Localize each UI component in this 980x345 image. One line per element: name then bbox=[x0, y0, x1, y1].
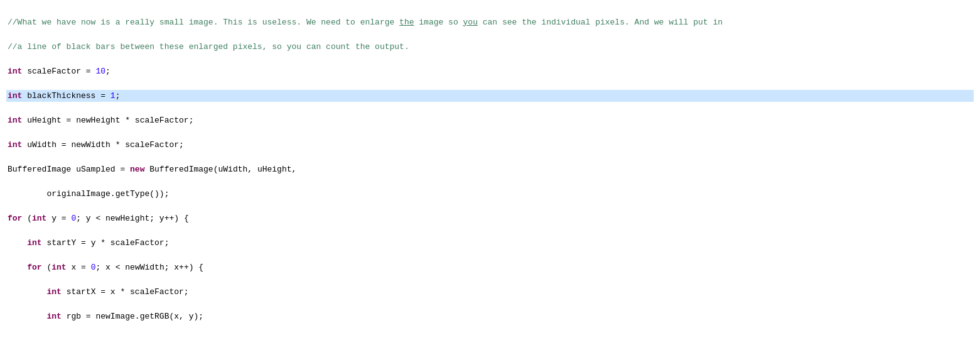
plain-token: uHeight = newHeight * scaleFactor; bbox=[22, 116, 193, 125]
plain-token: rgb = newImage.getRGB(x, y); bbox=[62, 312, 203, 321]
code-line-6: int uWidth = newWidth * scaleFactor; bbox=[6, 139, 974, 151]
keyword-token: int bbox=[27, 238, 41, 248]
code-line-13: int rgb = newImage.getRGB(x, y); bbox=[6, 310, 974, 323]
plain-token bbox=[8, 263, 27, 272]
plain-token: startY = y * scaleFactor; bbox=[42, 238, 170, 248]
plain-token: startX = x * scaleFactor; bbox=[62, 287, 189, 297]
plain-token: = bbox=[86, 67, 91, 76]
plain-token bbox=[8, 287, 46, 297]
code-line-8: originalImage.getType()); bbox=[6, 188, 974, 200]
code-line-11: for (int x = 0; x < newWidth; x++) { bbox=[6, 261, 974, 274]
number-token: 1 bbox=[110, 91, 116, 101]
code-line-14 bbox=[6, 335, 974, 346]
keyword-token: for bbox=[8, 214, 22, 223]
plain-token bbox=[8, 238, 27, 248]
plain-token: ; bbox=[116, 91, 121, 101]
keyword-token: int bbox=[8, 116, 22, 125]
code-line-2: //a line of black bars between these enl… bbox=[6, 41, 974, 53]
plain-token: blackThickness bbox=[22, 91, 100, 101]
comment-token: //What we have now is a really small ima… bbox=[8, 18, 399, 27]
code-line-4: int blackThickness = 1; bbox=[6, 90, 974, 102]
code-line-5: int uHeight = newHeight * scaleFactor; bbox=[6, 114, 974, 127]
plain-token bbox=[105, 91, 110, 101]
plain-token: x = bbox=[67, 263, 91, 272]
plain-token: scaleFactor bbox=[22, 67, 85, 76]
plain-token: BufferedImage(uWidth, uHeight, bbox=[144, 165, 296, 174]
comment-token: can see the individual pixels. And we wi… bbox=[478, 18, 723, 27]
plain-token: ; x < newWidth; x++) { bbox=[95, 263, 203, 272]
keyword-token: int bbox=[32, 214, 46, 223]
keyword-token: int bbox=[51, 263, 66, 272]
plain-token bbox=[8, 312, 46, 321]
code-line-3: int scaleFactor = 10; bbox=[6, 65, 974, 78]
code-line-12: int startX = x * scaleFactor; bbox=[6, 286, 974, 298]
comment-underline-token: you bbox=[463, 18, 478, 27]
keyword-token: int bbox=[46, 287, 61, 297]
number-token: 10 bbox=[95, 67, 105, 76]
plain-token: = bbox=[100, 91, 105, 101]
plain-token: ( bbox=[42, 263, 52, 272]
keyword-token: int bbox=[8, 67, 22, 76]
code-line-9: for (int y = 0; y < newHeight; y++) { bbox=[6, 212, 974, 225]
plain-token: ; y < newHeight; y++) { bbox=[76, 214, 188, 223]
keyword-token: int bbox=[46, 312, 61, 321]
keyword-token: int bbox=[8, 140, 22, 150]
plain-token: y = bbox=[46, 214, 71, 223]
plain-token: BufferedImage uSampled = bbox=[8, 165, 130, 174]
code-line-7: BufferedImage uSampled = new BufferedIma… bbox=[6, 163, 974, 176]
plain-token: uWidth = newWidth * scaleFactor; bbox=[22, 140, 183, 150]
comment-token: image so bbox=[414, 18, 463, 27]
comment-underline-token: the bbox=[399, 18, 414, 27]
keyword-token: new bbox=[130, 165, 144, 174]
code-editor: //What we have now is a really small ima… bbox=[0, 3, 980, 345]
code-line-1: //What we have now is a really small ima… bbox=[6, 16, 974, 29]
plain-token: ; bbox=[105, 67, 110, 76]
comment-token: //a line of black bars between these enl… bbox=[8, 42, 409, 52]
keyword-token: for bbox=[27, 263, 41, 272]
plain-token: originalImage.getType()); bbox=[8, 189, 169, 199]
keyword-token: int bbox=[8, 91, 22, 101]
plain-token: ( bbox=[22, 214, 32, 223]
code-line-10: int startY = y * scaleFactor; bbox=[6, 237, 974, 249]
